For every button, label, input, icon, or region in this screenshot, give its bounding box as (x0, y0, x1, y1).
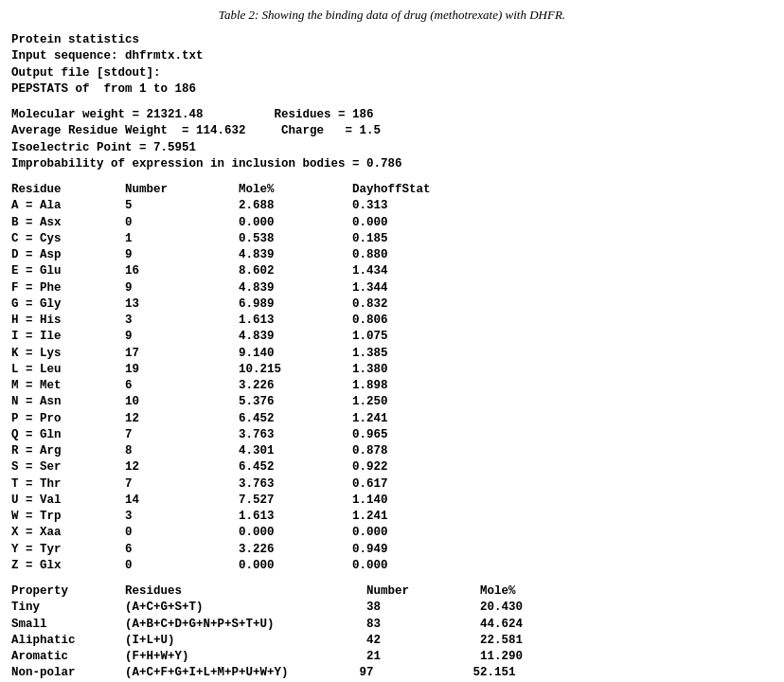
molecular-weight-block: Molecular weight = 21321.48 Residues = 1… (11, 107, 773, 172)
residue-table: Residue Number Mole% DayhoffStat A = Ala… (11, 182, 773, 574)
table-caption: Table 2: Showing the binding data of dru… (11, 8, 773, 23)
protein-stats: Protein statistics Input sequence: dhfrm… (11, 32, 773, 98)
property-table: Property Residues Number Mole% Tiny (A+C… (11, 583, 773, 682)
